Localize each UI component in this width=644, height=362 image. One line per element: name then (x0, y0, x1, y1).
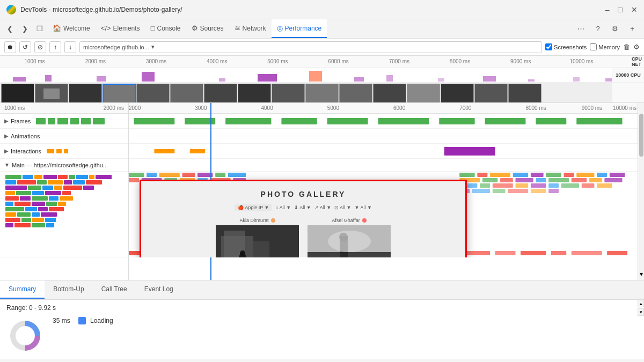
screenshot-thumb-10[interactable] (305, 84, 339, 104)
screenshot-thumb-14[interactable] (441, 84, 474, 104)
timeline-scrollbar[interactable]: ▾ (638, 103, 644, 280)
svg-rect-5 (258, 74, 277, 82)
range-label: Range: 0 - 9.92 s (6, 304, 56, 312)
tab-bottom-up[interactable]: Bottom-Up (45, 280, 92, 299)
svg-rect-103 (459, 173, 474, 177)
svg-rect-84 (536, 118, 566, 124)
tab-console[interactable]: □ Console (145, 19, 186, 38)
ruler-mark-6000: 6000 ms (308, 58, 369, 64)
svg-rect-45 (5, 191, 15, 195)
timeline-sidebar: 1000 ms 2000 ms ▶ Frames ▶ Animations ▶ (0, 103, 129, 280)
svg-rect-116 (515, 178, 533, 182)
svg-rect-34 (37, 180, 47, 184)
svg-rect-35 (48, 180, 63, 184)
scrollbar-down-arrow[interactable]: ▾ (640, 270, 643, 278)
screenshot-thumb-2[interactable] (35, 84, 68, 104)
more-tabs-button[interactable]: ⋯ (573, 25, 588, 33)
screenshots-checkbox-label[interactable]: Screenshots (545, 43, 587, 50)
svg-rect-135 (531, 189, 546, 193)
main-thread-expand-icon[interactable]: ▼ (4, 162, 10, 168)
close-button[interactable]: ✕ (631, 5, 638, 14)
perf-settings-button[interactable]: ⚙ (633, 43, 640, 51)
sources-icon: ⚙ (192, 24, 198, 32)
svg-rect-76 (134, 118, 174, 124)
frames-expand-icon[interactable]: ▶ (4, 118, 9, 124)
memory-checkbox[interactable] (590, 43, 597, 50)
screenshot-thumb-5[interactable] (136, 84, 170, 104)
screenshot-thumb-11[interactable] (339, 84, 372, 104)
tab-sources[interactable]: ⚙ Sources (186, 19, 229, 38)
svg-rect-115 (500, 178, 513, 182)
svg-point-158 (328, 231, 371, 252)
screenshot-thumb-12[interactable] (373, 84, 406, 104)
gallery-filter-row: 🍎 Apple IP ▼ ○ All ▼ ⬇ All ▼ ↗ All ▼ ⊡ A… (235, 204, 372, 211)
tab-performance[interactable]: ◎ Performance (272, 19, 327, 38)
tab-network[interactable]: ≋ Network (229, 19, 272, 38)
download-button[interactable]: ↓ (64, 41, 76, 53)
animations-expand-icon[interactable]: ▶ (4, 133, 9, 139)
clear-button[interactable]: ⊘ (34, 41, 46, 53)
screenshots-checkbox[interactable] (545, 43, 552, 50)
record-button[interactable]: ⏺ (4, 41, 16, 53)
new-tab-button[interactable]: + (625, 25, 640, 33)
screenshot-thumb-15[interactable] (474, 84, 508, 104)
svg-rect-26 (43, 175, 57, 179)
photo-svg-1 (216, 225, 299, 257)
svg-rect-41 (42, 186, 53, 190)
main-thread-label: Main — https://microsoftedge.githu... (12, 162, 108, 168)
right-frames-track (129, 114, 638, 129)
tab-call-tree[interactable]: Call Tree (93, 280, 136, 299)
screenshot-thumb-3[interactable] (69, 84, 102, 104)
bottom-scroll-up[interactable]: ▴ (638, 300, 644, 307)
svg-rect-74 (32, 223, 45, 227)
memory-checkbox-label[interactable]: Memory (590, 43, 620, 50)
screenshot-thumb-7[interactable] (204, 84, 237, 104)
screenshot-thumb-9[interactable] (272, 84, 305, 104)
tab-welcome[interactable]: 🏠 Welcome (47, 19, 96, 38)
svg-rect-108 (546, 173, 561, 177)
dock-button[interactable]: ❐ (32, 19, 47, 38)
tab-summary[interactable]: Summary (0, 280, 45, 299)
screenshot-preview-content: PHOTO GALLERY 🍎 Apple IP ▼ ○ All ▼ ⬇ All… (141, 181, 465, 257)
photographer-1-name: Akia Ditmurat (239, 218, 275, 223)
svg-rect-68 (5, 218, 20, 222)
svg-rect-142 (521, 251, 546, 255)
svg-rect-73 (14, 223, 31, 227)
svg-rect-64 (5, 212, 16, 217)
svg-rect-27 (58, 175, 68, 179)
svg-rect-80 (327, 118, 368, 124)
cpu-chart-row: 10000 CPU (0, 68, 644, 83)
trash-button[interactable]: 🗑 (623, 43, 630, 51)
minimize-button[interactable]: – (605, 5, 610, 14)
upload-button[interactable]: ↑ (49, 41, 61, 53)
screenshot-thumb-8[interactable] (238, 84, 271, 104)
maximize-button[interactable]: □ (618, 5, 623, 14)
tab-event-log[interactable]: Event Log (136, 280, 182, 299)
bottom-scroll-down[interactable]: ▾ (638, 308, 644, 316)
dropdown-icon[interactable]: ▾ (151, 43, 155, 50)
screenshot-thumb-6[interactable] (170, 84, 203, 104)
settings-gear-button[interactable]: ⚙ (608, 25, 623, 33)
svg-rect-119 (572, 178, 587, 182)
svg-rect-37 (73, 180, 85, 184)
svg-rect-54 (60, 196, 73, 201)
svg-rect-85 (576, 118, 622, 124)
screenshot-strip[interactable] (0, 83, 644, 103)
scrollbar-thumb[interactable] (639, 114, 643, 157)
screenshot-thumb-4[interactable] (103, 84, 136, 104)
screenshot-thumb-1[interactable] (1, 84, 34, 104)
screenshot-thumb-13[interactable] (407, 84, 440, 104)
reload-record-button[interactable]: ↺ (19, 41, 31, 53)
nav-back-button[interactable]: ❮ (2, 19, 17, 38)
tab-elements[interactable]: </> Elements (96, 19, 145, 38)
svg-rect-10 (483, 76, 496, 82)
cpu-value-label: 10000 CPU (612, 68, 644, 82)
help-button[interactable]: ? (590, 25, 605, 33)
nav-forward-button[interactable]: ❯ (17, 19, 32, 38)
svg-rect-53 (49, 196, 58, 201)
svg-point-160 (16, 326, 35, 345)
ruler-mark-2000: 2000 ms (65, 58, 126, 64)
svg-rect-132 (472, 189, 490, 193)
screenshot-thumb-16[interactable] (508, 84, 541, 104)
interactions-expand-icon[interactable]: ▶ (4, 148, 9, 154)
